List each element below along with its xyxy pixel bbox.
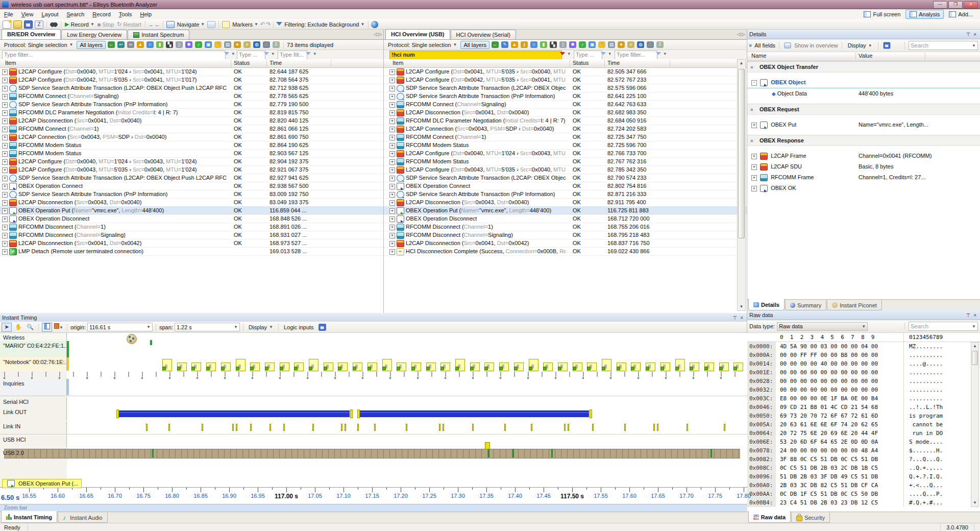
row-expander[interactable]: + (2, 176, 8, 181)
row-expander[interactable]: + (389, 102, 395, 108)
row-expander[interactable]: + (389, 192, 395, 198)
row-expander[interactable]: + (2, 118, 8, 124)
row-expander[interactable]: + (389, 151, 395, 157)
table-row[interactable]: +OBEX Operation Connect OK 82.802 754 81… (384, 182, 747, 190)
row-expander[interactable]: + (2, 216, 8, 222)
close-icon[interactable]: × (972, 312, 978, 318)
table-row[interactable]: +L2CAP Configure (Dst=0x0042, MTU=5'035 … (384, 76, 747, 84)
tab-instant-timing[interactable]: Instant Timing (1, 511, 57, 523)
web-globe-icon[interactable]: ◍ (253, 41, 260, 48)
pin-icon[interactable]: ⊤ (964, 32, 972, 37)
tab-summary[interactable]: Summary (785, 300, 826, 310)
column-item[interactable]: Item (393, 60, 403, 66)
table-header[interactable]: Item Status Time (0, 59, 383, 68)
scrollbar-thumb[interactable] (972, 351, 978, 365)
hex-row[interactable]: 0x0032:00 00 00 00 00 00 00 00 00 00....… (747, 385, 980, 394)
hex-row[interactable]: 0x0028:00 00 00 00 00 00 00 00 00 00....… (747, 377, 980, 385)
minimize-button[interactable]: — (933, 1, 947, 9)
details-section-header[interactable]: »OBEX Request (747, 104, 980, 115)
table-row[interactable]: +L2CAP Disconnection (Src=0x0043, Dst=0x… (0, 198, 383, 207)
table-row[interactable]: +L2CAP Disconnection (Src=0x0041, Dst=0x… (384, 108, 747, 117)
timing-display-button[interactable]: Display▼ (247, 324, 275, 331)
details-row[interactable]: + L2CAP SDU Basic, 8 bytes (747, 161, 980, 172)
record-button[interactable]: ▶Record▼ (64, 21, 95, 28)
link-icon[interactable]: ∞ (127, 41, 134, 48)
table-row[interactable]: +RFCOMM Connect (Channel=Signaling) OK 8… (384, 100, 747, 109)
menu-search[interactable]: Search (62, 10, 88, 18)
table-row[interactable]: +L2CAP Configure (Dst=0x0042, MTU=5'035 … (0, 76, 383, 84)
row-expander[interactable]: + (389, 118, 395, 124)
finish-flag-icon[interactable]: ▚ (550, 41, 557, 48)
mouse-icon[interactable]: ▯ (176, 41, 183, 48)
save-config-icon[interactable] (318, 324, 326, 331)
numeric-keypad-icon[interactable]: ⠿ (273, 41, 280, 48)
zoom-bar[interactable]: Zoom bar (0, 504, 747, 512)
close-icon[interactable]: × (739, 315, 745, 321)
row-expander[interactable]: + (751, 154, 757, 159)
lane-serial-hci[interactable]: Serial HCI (0, 397, 67, 407)
vertical-scrollbar[interactable]: ▲ ▼ (737, 59, 746, 311)
return-arrow-icon[interactable]: ↩ (117, 41, 125, 48)
craft-icon[interactable]: ✋ (214, 41, 222, 48)
pin-icon[interactable]: ⊤ (964, 312, 972, 318)
row-expander[interactable]: + (2, 86, 8, 91)
hex-row[interactable]: 0x005A:20 63 61 6E 6E 6F 74 20 62 65 can… (747, 420, 980, 429)
details-row[interactable]: ◆ Object Data 448'400 bytes (747, 88, 980, 99)
item-filter-input[interactable]: Type filter... (2, 51, 226, 60)
table-row[interactable]: +RFCOMM Connect (Channel=Signaling) OK 8… (0, 92, 383, 101)
column-name[interactable]: Name (751, 53, 766, 59)
row-expander[interactable]: + (2, 143, 8, 149)
hex-row[interactable]: 0x003C:E8 00 00 00 0E 1F BA 0E 00 B4....… (747, 394, 980, 403)
close-button[interactable]: × (964, 1, 978, 9)
column-status[interactable]: Status (573, 60, 589, 66)
row-expander[interactable]: + (2, 249, 8, 255)
time-ruler[interactable]: 6.50 s16.5516.6016.6516.7016.7516.8016.8… (0, 487, 747, 504)
l2cap-alert-icon[interactable]: ▲ (137, 41, 144, 48)
scroll-up-icon[interactable]: ▲ (738, 60, 745, 67)
hex-row[interactable]: 0x00AA:0C DB 1F C5 51 DB 0C C5 50 DB....… (747, 490, 980, 498)
raw-data-header[interactable]: Raw data⊤× (747, 310, 980, 320)
row-expander[interactable]: + (389, 159, 395, 165)
details-row[interactable]: + OBEX OK (747, 183, 980, 194)
row-expander[interactable]: + (2, 110, 8, 116)
table-row[interactable]: +SDP Service Search Attribute Transactio… (384, 190, 747, 199)
row-expander[interactable]: + (2, 184, 8, 189)
web-globe-icon[interactable]: ◍ (637, 41, 644, 48)
table-row[interactable]: +↞HCI Disconnection Complete (Success, C… (384, 247, 747, 256)
table-row[interactable]: +RFCOMM Connect (Channel=1) OK 82.861 06… (0, 125, 383, 133)
layout-window-icon[interactable] (207, 21, 215, 28)
time-filter-input[interactable]: Type filter... (615, 51, 657, 60)
navigate-button[interactable]: Navigate▼ (176, 21, 206, 28)
row-expander[interactable]: + (389, 110, 395, 116)
scroll-up-icon[interactable]: ▲ (971, 343, 978, 350)
row-expander[interactable]: + (389, 176, 395, 181)
burst-icon[interactable]: ✱ (569, 41, 576, 48)
collapse-section-icon[interactable]: » (747, 139, 757, 142)
row-expander[interactable]: + (2, 127, 8, 132)
search-binoculars-icon[interactable] (50, 21, 58, 28)
table-row[interactable]: +RFCOMM Disconnect (Channel=1) OK 168.75… (384, 223, 747, 231)
hex-row[interactable]: 0x0046:09 CD 21 B8 01 4C CD 21 54 68..!.… (747, 403, 980, 412)
hex-row[interactable]: 0x0014:00 00 00 00 40 00 00 00 00 00....… (747, 359, 980, 368)
table-row[interactable]: +SDP Service Search Attribute Transactio… (384, 84, 747, 92)
hex-row[interactable]: 0x0096:51 DB 2B 03 3F DB 49 C5 51 DBQ.+.… (747, 472, 980, 481)
row-expander[interactable]: + (2, 192, 8, 198)
key-icon[interactable]: ⚷ (521, 41, 528, 48)
hex-row[interactable]: 0x000A:00 00 FF FF 00 00 B8 00 00 00....… (747, 351, 980, 359)
table-row[interactable]: +RFCOMM DLC Parameter Negotiation (Initi… (384, 116, 747, 125)
lane-link-out[interactable]: Link OUT (0, 407, 67, 421)
row-expander[interactable]: + (389, 233, 395, 238)
details-row[interactable]: + OBEX Put Name="vmrc.exe", Length... (747, 119, 980, 130)
table-row[interactable]: +RFCOMM Modem Status OK 82.864 190 625 (0, 141, 383, 150)
column-time[interactable]: Time (270, 60, 282, 66)
marker-drop-icon[interactable]: ▼ (54, 323, 64, 332)
notes-icon[interactable]: ≡ (243, 41, 251, 48)
menu-layout[interactable]: Layout (37, 10, 62, 18)
table-row[interactable]: +L2CAP Disconnection (Src=0x0041, Dst=0x… (0, 239, 383, 248)
web-icon[interactable] (371, 21, 378, 28)
device-icon[interactable]: ▣ (205, 41, 212, 48)
row-expander[interactable]: + (2, 94, 8, 100)
all-layers-button[interactable]: All layers (77, 41, 106, 49)
hex-row[interactable]: 0x00A0:2B 03 3C DB 82 C5 51 DB CF CA+.<.… (747, 481, 980, 490)
title-bar[interactable]: wireless usb uart spectrum.btt* - Ellisy… (0, 0, 980, 9)
